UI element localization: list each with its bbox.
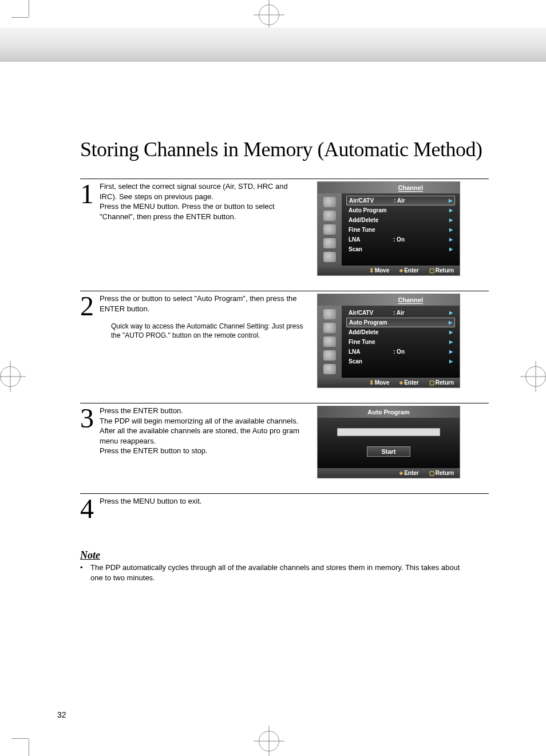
osd-sidebar-icons: [318, 193, 342, 266]
osd-item-label: Add/Delete: [349, 217, 393, 223]
osd-sidebar-icons: [318, 306, 342, 378]
note-text: The PDP automatically cycles through all…: [90, 563, 469, 583]
osd-icon: [323, 309, 336, 319]
osd-item-label: Scan: [349, 358, 393, 365]
osd-item-label: Fine Tune: [349, 339, 393, 345]
note-block: Note • The PDP automatically cycles thro…: [80, 549, 469, 583]
step-text: First, select the correct signal source …: [100, 181, 303, 276]
updown-icon: ⇕: [369, 267, 374, 274]
note-heading: Note: [80, 549, 469, 561]
enter-icon: ⎆: [399, 470, 403, 476]
osd-footer: ⎆Enter ▢Return: [318, 468, 460, 478]
step-3-row: 3 Press the ENTER button. The PDP will b…: [80, 403, 489, 478]
osd-item-finetune[interactable]: Fine Tune ▶: [346, 225, 455, 235]
chevron-right-icon: ▶: [449, 208, 453, 213]
osd-item-autoprogram[interactable]: Auto Program ▶: [346, 318, 455, 327]
osd-item-label: Scan: [349, 246, 393, 252]
progress-bar: [337, 428, 440, 436]
osd-auto-program: Auto Program Start ⎆Enter ▢Return: [317, 406, 460, 478]
step-text: Press the ENTER button. The PDP will beg…: [100, 406, 303, 478]
chevron-right-icon: ▶: [449, 227, 453, 232]
osd-item-scan[interactable]: Scan ▶: [346, 357, 455, 366]
osd-item-adddelete[interactable]: Add/Delete ▶: [346, 327, 455, 337]
chevron-right-icon: ▶: [449, 237, 453, 242]
return-icon: ▢: [429, 470, 434, 476]
chevron-right-icon: ▶: [449, 310, 453, 315]
osd-item-label: Air/CATV: [349, 197, 394, 204]
osd-icon: [323, 238, 336, 248]
osd-item-label: Auto Program: [349, 207, 393, 213]
start-button[interactable]: Start: [367, 446, 410, 457]
step-text: Press the or button to select "Auto Prog…: [100, 294, 303, 314]
osd-icon: [323, 350, 336, 361]
osd-icon: [323, 323, 336, 333]
osd-item-finetune[interactable]: Fine Tune ▶: [346, 337, 455, 347]
osd-icon: [323, 197, 336, 207]
osd-footer-return: Return: [436, 470, 454, 476]
osd-item-label: Fine Tune: [349, 227, 393, 233]
chevron-right-icon: ▶: [449, 339, 453, 345]
step-number: 1: [80, 181, 100, 276]
osd-footer-return: Return: [436, 267, 454, 274]
step-2-row: 2 Press the or button to select "Auto Pr…: [80, 291, 489, 388]
osd-title: Channel: [398, 296, 423, 303]
osd-item-label: Air/CATV: [349, 310, 393, 316]
step-4-row: 4 Press the MENU button to exit.: [80, 493, 489, 521]
osd-footer-move: Move: [375, 379, 390, 386]
osd-icon: [323, 224, 336, 235]
osd-footer-enter: Enter: [404, 379, 419, 386]
osd-item-label: LNA: [349, 349, 393, 355]
step-number: 2: [80, 294, 100, 388]
chevron-right-icon: ▶: [449, 330, 453, 335]
step-text: Press the MENU button to exit.: [100, 496, 201, 521]
chevron-right-icon: ▶: [449, 247, 453, 252]
chevron-right-icon: ▶: [449, 349, 453, 354]
osd-item-scan[interactable]: Scan ▶: [346, 244, 455, 254]
header-band: [0, 27, 546, 62]
updown-icon: ⇕: [369, 379, 374, 386]
osd-footer-enter: Enter: [404, 470, 419, 476]
osd-footer: ⇕Move ⎆Enter ▢Return: [318, 266, 460, 275]
osd-footer-return: Return: [436, 379, 454, 386]
page-content: Storing Channels in Memory (Automatic Me…: [57, 114, 489, 722]
osd-channel-menu: Channel Air/CATV : Air ▶: [317, 181, 460, 276]
osd-item-lna[interactable]: LNA : On ▶: [346, 235, 455, 244]
return-icon: ▢: [429, 267, 434, 274]
osd-title: Auto Program: [318, 406, 460, 418]
osd-item-lna[interactable]: LNA : On ▶: [346, 347, 455, 357]
osd-channel-menu: Channel Air/CATV : Air ▶: [317, 294, 460, 388]
osd-footer: ⇕Move ⎆Enter ▢Return: [318, 378, 460, 387]
page-title: Storing Channels in Memory (Automatic Me…: [80, 137, 489, 161]
enter-icon: ⎆: [399, 379, 403, 386]
osd-item-value: : Air: [394, 197, 422, 204]
chevron-right-icon: ▶: [449, 359, 453, 364]
osd-icon: [323, 337, 336, 347]
osd-item-value: : On: [393, 349, 422, 355]
step-tip: Quick way to access the Automatic Channe…: [111, 322, 303, 340]
osd-item-label: LNA: [349, 236, 393, 243]
osd-item-value: : On: [393, 236, 422, 243]
osd-title: Channel: [398, 184, 423, 191]
step-number: 3: [80, 406, 100, 478]
step-number: 4: [80, 496, 100, 521]
step-1-row: 1 First, select the correct signal sourc…: [80, 179, 489, 276]
osd-item-autoprogram[interactable]: Auto Program ▶: [346, 205, 455, 215]
chevron-right-icon: ▶: [449, 320, 452, 325]
return-icon: ▢: [429, 379, 434, 386]
osd-icon: [323, 211, 336, 221]
osd-item-adddelete[interactable]: Add/Delete ▶: [346, 215, 455, 225]
osd-icon: [323, 252, 336, 262]
osd-footer-move: Move: [375, 267, 390, 274]
bullet-icon: •: [80, 563, 90, 583]
chevron-right-icon: ▶: [449, 198, 452, 203]
enter-icon: ⎆: [399, 267, 403, 274]
osd-icon: [323, 364, 336, 374]
osd-item-label: Auto Program: [349, 319, 394, 326]
page-number: 32: [57, 710, 66, 719]
osd-item-aircatv[interactable]: Air/CATV : Air ▶: [346, 308, 455, 318]
osd-item-label: Add/Delete: [349, 329, 393, 335]
chevron-right-icon: ▶: [449, 217, 453, 223]
osd-footer-enter: Enter: [404, 267, 419, 274]
osd-item-value: : Air: [393, 310, 422, 316]
osd-item-aircatv[interactable]: Air/CATV : Air ▶: [346, 196, 455, 205]
